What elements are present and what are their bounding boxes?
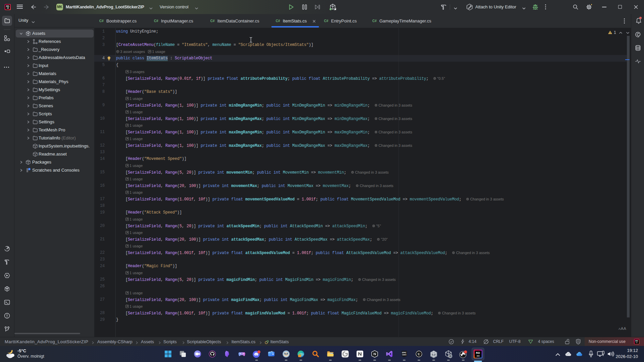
svg-text:EPIC: EPIC	[402, 352, 406, 354]
svg-text:U: U	[418, 352, 420, 356]
svg-text:G: G	[449, 355, 451, 358]
svg-text:GAMES: GAMES	[402, 354, 407, 356]
